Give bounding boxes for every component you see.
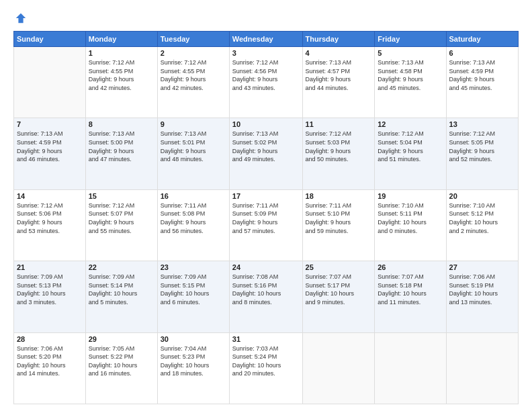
table-row: 29Sunrise: 7:05 AMSunset: 5:22 PMDayligh…	[85, 332, 157, 404]
table-row: 11Sunrise: 7:12 AMSunset: 5:03 PMDayligh…	[302, 118, 375, 189]
table-row: 21Sunrise: 7:09 AMSunset: 5:13 PMDayligh…	[14, 261, 86, 332]
day-number: 10	[232, 120, 300, 128]
day-info: Sunrise: 7:12 AMSunset: 4:55 PMDaylight:…	[89, 58, 154, 92]
day-info: Sunrise: 7:13 AMSunset: 5:00 PMDaylight:…	[89, 130, 154, 163]
day-info: Sunrise: 7:09 AMSunset: 5:14 PMDaylight:…	[89, 273, 154, 306]
day-info: Sunrise: 7:12 AMSunset: 4:55 PMDaylight:…	[161, 58, 226, 92]
calendar-header-row: SundayMondayTuesdayWednesdayThursdayFrid…	[14, 32, 519, 47]
table-row: 31Sunrise: 7:03 AMSunset: 5:24 PMDayligh…	[229, 332, 302, 404]
day-info: Sunrise: 7:13 AMSunset: 4:57 PMDaylight:…	[306, 58, 372, 92]
day-number: 14	[17, 192, 83, 200]
table-row: 16Sunrise: 7:11 AMSunset: 5:08 PMDayligh…	[157, 189, 229, 261]
day-number: 17	[232, 192, 300, 200]
table-row: 10Sunrise: 7:13 AMSunset: 5:02 PMDayligh…	[229, 118, 302, 189]
table-row: 2Sunrise: 7:12 AMSunset: 4:55 PMDaylight…	[157, 47, 229, 118]
day-info: Sunrise: 7:03 AMSunset: 5:24 PMDaylight:…	[232, 345, 300, 378]
day-info: Sunrise: 7:11 AMSunset: 5:08 PMDaylight:…	[161, 201, 226, 235]
table-row: 20Sunrise: 7:10 AMSunset: 5:12 PMDayligh…	[446, 189, 518, 261]
day-number: 12	[378, 120, 443, 128]
calendar-header-thursday: Thursday	[302, 32, 375, 47]
table-row: 9Sunrise: 7:13 AMSunset: 5:01 PMDaylight…	[157, 118, 229, 189]
day-info: Sunrise: 7:08 AMSunset: 5:16 PMDaylight:…	[232, 273, 300, 306]
day-number: 29	[89, 335, 154, 343]
table-row: 30Sunrise: 7:04 AMSunset: 5:23 PMDayligh…	[157, 332, 229, 404]
logo-icon	[15, 12, 27, 24]
calendar-header-tuesday: Tuesday	[157, 32, 229, 47]
table-row: 15Sunrise: 7:12 AMSunset: 5:07 PMDayligh…	[85, 189, 157, 261]
calendar-header-sunday: Sunday	[14, 32, 86, 47]
header	[13, 12, 519, 24]
table-row: 26Sunrise: 7:07 AMSunset: 5:18 PMDayligh…	[375, 261, 446, 332]
table-row: 24Sunrise: 7:08 AMSunset: 5:16 PMDayligh…	[229, 261, 302, 332]
svg-marker-0	[16, 13, 26, 23]
calendar-week-row: 1Sunrise: 7:12 AMSunset: 4:55 PMDaylight…	[14, 47, 519, 118]
day-number: 1	[89, 49, 154, 57]
day-number: 4	[306, 49, 372, 57]
day-number: 9	[161, 120, 226, 128]
day-info: Sunrise: 7:12 AMSunset: 5:04 PMDaylight:…	[378, 130, 443, 163]
day-info: Sunrise: 7:07 AMSunset: 5:17 PMDaylight:…	[306, 273, 372, 306]
day-number: 27	[449, 263, 515, 271]
day-info: Sunrise: 7:13 AMSunset: 4:58 PMDaylight:…	[378, 58, 443, 92]
table-row: 1Sunrise: 7:12 AMSunset: 4:55 PMDaylight…	[85, 47, 157, 118]
table-row: 7Sunrise: 7:13 AMSunset: 4:59 PMDaylight…	[14, 118, 86, 189]
calendar-week-row: 7Sunrise: 7:13 AMSunset: 4:59 PMDaylight…	[14, 118, 519, 189]
day-number: 24	[232, 263, 300, 271]
day-number: 6	[449, 49, 515, 57]
table-row: 27Sunrise: 7:06 AMSunset: 5:19 PMDayligh…	[446, 261, 518, 332]
table-row: 22Sunrise: 7:09 AMSunset: 5:14 PMDayligh…	[85, 261, 157, 332]
calendar-week-row: 21Sunrise: 7:09 AMSunset: 5:13 PMDayligh…	[14, 261, 519, 332]
table-row: 25Sunrise: 7:07 AMSunset: 5:17 PMDayligh…	[302, 261, 375, 332]
day-number: 25	[306, 263, 372, 271]
day-number: 23	[161, 263, 226, 271]
table-row	[375, 332, 446, 404]
table-row: 18Sunrise: 7:11 AMSunset: 5:10 PMDayligh…	[302, 189, 375, 261]
day-number: 15	[89, 192, 154, 200]
day-number: 16	[161, 192, 226, 200]
table-row: 19Sunrise: 7:10 AMSunset: 5:11 PMDayligh…	[375, 189, 446, 261]
day-info: Sunrise: 7:07 AMSunset: 5:18 PMDaylight:…	[378, 273, 443, 306]
day-number: 7	[17, 120, 83, 128]
day-number: 19	[378, 192, 443, 200]
table-row: 14Sunrise: 7:12 AMSunset: 5:06 PMDayligh…	[14, 189, 86, 261]
day-number: 5	[378, 49, 443, 57]
table-row: 13Sunrise: 7:12 AMSunset: 5:05 PMDayligh…	[446, 118, 518, 189]
day-number: 3	[232, 49, 300, 57]
day-info: Sunrise: 7:13 AMSunset: 5:02 PMDaylight:…	[232, 130, 300, 163]
logo	[13, 12, 27, 24]
day-number: 31	[232, 335, 300, 343]
day-number: 28	[17, 335, 83, 343]
day-number: 11	[306, 120, 372, 128]
day-info: Sunrise: 7:13 AMSunset: 4:59 PMDaylight:…	[17, 130, 83, 163]
day-info: Sunrise: 7:09 AMSunset: 5:15 PMDaylight:…	[161, 273, 226, 306]
day-info: Sunrise: 7:05 AMSunset: 5:22 PMDaylight:…	[89, 345, 154, 378]
day-number: 8	[89, 120, 154, 128]
day-number: 2	[161, 49, 226, 57]
table-row: 8Sunrise: 7:13 AMSunset: 5:00 PMDaylight…	[85, 118, 157, 189]
day-info: Sunrise: 7:06 AMSunset: 5:20 PMDaylight:…	[17, 345, 83, 378]
day-info: Sunrise: 7:12 AMSunset: 5:05 PMDaylight:…	[449, 130, 515, 163]
page: SundayMondayTuesdayWednesdayThursdayFrid…	[0, 0, 532, 411]
table-row	[446, 332, 518, 404]
calendar-header-wednesday: Wednesday	[229, 32, 302, 47]
day-info: Sunrise: 7:09 AMSunset: 5:13 PMDaylight:…	[17, 273, 83, 306]
table-row	[302, 332, 375, 404]
calendar-table: SundayMondayTuesdayWednesdayThursdayFrid…	[13, 31, 519, 404]
day-number: 13	[449, 120, 515, 128]
table-row: 28Sunrise: 7:06 AMSunset: 5:20 PMDayligh…	[14, 332, 86, 404]
day-info: Sunrise: 7:10 AMSunset: 5:12 PMDaylight:…	[449, 201, 515, 235]
day-number: 20	[449, 192, 515, 200]
day-number: 26	[378, 263, 443, 271]
day-info: Sunrise: 7:11 AMSunset: 5:10 PMDaylight:…	[306, 201, 372, 235]
table-row: 23Sunrise: 7:09 AMSunset: 5:15 PMDayligh…	[157, 261, 229, 332]
day-info: Sunrise: 7:04 AMSunset: 5:23 PMDaylight:…	[161, 345, 226, 378]
calendar-header-monday: Monday	[85, 32, 157, 47]
day-info: Sunrise: 7:12 AMSunset: 4:56 PMDaylight:…	[232, 58, 300, 92]
day-number: 22	[89, 263, 154, 271]
table-row: 5Sunrise: 7:13 AMSunset: 4:58 PMDaylight…	[375, 47, 446, 118]
day-info: Sunrise: 7:13 AMSunset: 4:59 PMDaylight:…	[449, 58, 515, 92]
day-number: 18	[306, 192, 372, 200]
day-info: Sunrise: 7:13 AMSunset: 5:01 PMDaylight:…	[161, 130, 226, 163]
table-row	[14, 47, 86, 118]
table-row: 4Sunrise: 7:13 AMSunset: 4:57 PMDaylight…	[302, 47, 375, 118]
